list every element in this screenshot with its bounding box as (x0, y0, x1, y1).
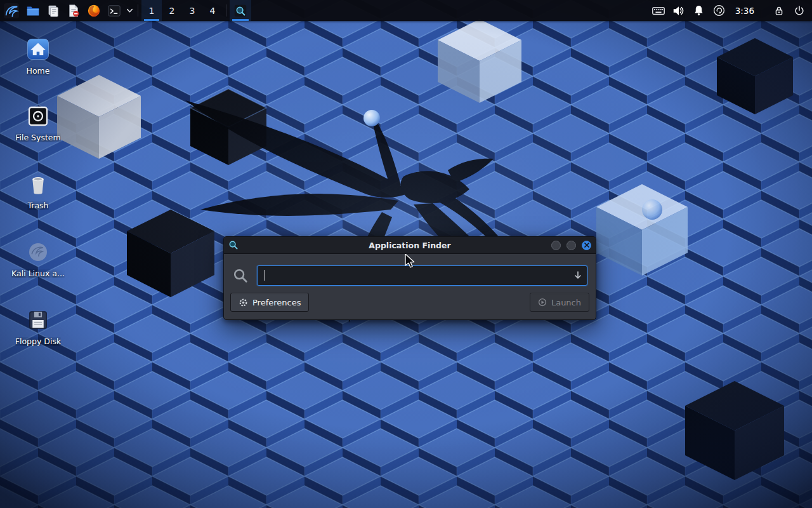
file-system-icon (25, 103, 51, 130)
desktop-icon-label: File System (15, 133, 61, 142)
clock[interactable]: 3:36 (730, 0, 760, 21)
window-title: Application Finder (224, 241, 596, 250)
kali-disk-icon (25, 239, 51, 265)
workspace-3[interactable]: 3 (182, 0, 202, 21)
workspace-2[interactable]: 2 (162, 0, 182, 21)
finder-body: Preferences Launch (224, 254, 596, 319)
arrow-down-icon (573, 270, 583, 280)
desktop-icon-floppy-disk[interactable]: Floppy Disk (10, 307, 66, 346)
desktop-icon-file-system[interactable]: File System (10, 103, 66, 142)
bell-icon (692, 4, 705, 17)
file-manager-icon (26, 4, 40, 18)
titlebar[interactable]: Application Finder (224, 237, 596, 254)
application-finder-taskbar-icon (233, 4, 247, 18)
volume-control[interactable] (669, 0, 689, 21)
status-circle-icon (712, 4, 726, 17)
gear-icon (239, 298, 248, 307)
text-caret (265, 270, 265, 281)
preferences-label: Preferences (252, 298, 301, 307)
keyboard-icon (652, 4, 665, 18)
application-finder-taskbar-button[interactable] (230, 0, 251, 21)
power-icon (793, 4, 806, 17)
lock-icon (773, 4, 785, 17)
search-input[interactable] (257, 265, 587, 286)
top-panel: 1 2 3 4 (0, 0, 812, 21)
kali-menu-icon (3, 3, 20, 19)
panel-tray: 3:36 (648, 0, 812, 21)
text-editor-icon (67, 4, 81, 18)
home-icon (24, 35, 52, 63)
terminal-launcher[interactable] (104, 0, 124, 21)
close-icon (584, 243, 589, 248)
desktop-icon-label: Kali Linux a... (11, 269, 65, 278)
desktop-icon-kali-linux[interactable]: Kali Linux a... (10, 239, 66, 278)
status-tray-indicator[interactable] (709, 0, 730, 21)
launch-label: Launch (551, 298, 581, 307)
desktop-icon-home[interactable]: Home (10, 35, 66, 76)
file-manager-launcher[interactable] (23, 0, 43, 21)
search-dropdown-arrow[interactable] (573, 270, 583, 280)
floppy-disk-icon (25, 307, 51, 333)
preferences-button[interactable]: Preferences (230, 293, 309, 312)
desktop-icon-trash[interactable]: Trash (10, 171, 66, 210)
notifications[interactable] (689, 0, 709, 21)
close-button[interactable] (582, 241, 591, 250)
launch-button[interactable]: Launch (530, 293, 589, 312)
panel-separator (138, 4, 138, 17)
files-launcher[interactable] (43, 0, 63, 21)
firefox-launcher[interactable] (84, 0, 104, 21)
keyboard-layout-indicator[interactable] (648, 0, 669, 21)
desktop-icon-label: Floppy Disk (15, 337, 61, 346)
volume-icon (672, 4, 686, 18)
maximize-button[interactable] (566, 241, 576, 250)
text-editor-launcher[interactable] (63, 0, 84, 21)
chevron-down-icon (126, 7, 133, 14)
workspace-4[interactable]: 4 (202, 0, 223, 21)
application-finder-icon (228, 240, 239, 250)
desktop-icon-label: Trash (27, 201, 48, 210)
terminal-icon (107, 4, 121, 18)
trash-icon (25, 171, 51, 197)
minimize-button[interactable] (551, 241, 561, 250)
search-icon (232, 267, 249, 284)
desktop-icon-label: Home (27, 67, 50, 76)
application-finder-window: Application Finder (223, 236, 596, 320)
applications-menu-button[interactable] (0, 0, 23, 21)
files-icon (46, 4, 60, 18)
workspace-switcher: 1 2 3 4 (141, 0, 223, 21)
logout-button[interactable] (789, 0, 809, 21)
launch-icon (538, 298, 547, 307)
workspace-1[interactable]: 1 (141, 0, 162, 21)
lock-screen-button[interactable] (769, 0, 789, 21)
firefox-icon (87, 4, 101, 18)
panel-launchers: 1 2 3 4 (0, 0, 251, 21)
panel-separator (226, 4, 226, 17)
terminal-profile-dropdown[interactable] (124, 0, 134, 21)
